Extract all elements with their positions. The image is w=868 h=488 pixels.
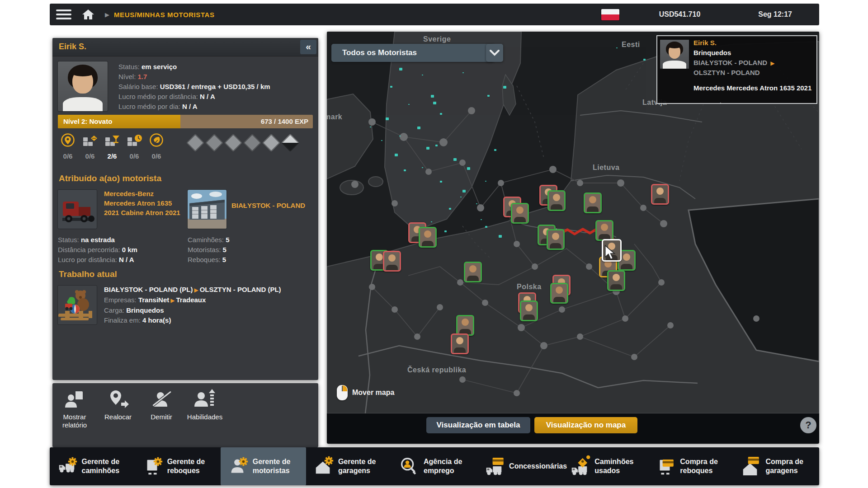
job-cargo: Carga: Brinquedos (104, 305, 313, 315)
assigned-section-title: Atribuído a(ao) motorista (59, 174, 161, 183)
adr-badges (189, 136, 297, 149)
skill-eco-driving[interactable]: 0/6 (147, 133, 165, 160)
breadcrumb-arrow-icon: ▶ (105, 11, 109, 18)
adr-poison-icon (262, 134, 280, 152)
tab-used-trucks[interactable]: Caminhões usados (563, 447, 648, 485)
garage-stats: Caminhões: 5 Motoristas: 5 Reboques: 5 (188, 235, 230, 265)
house-gear-icon (313, 456, 334, 477)
tab-trailer-manager[interactable]: Gerente de reboques (135, 447, 221, 485)
collapse-panel-button[interactable]: « (300, 40, 316, 54)
driver-marker[interactable] (547, 229, 565, 250)
map-footer-strip: Visualização em tabela Visualização no m… (327, 413, 819, 444)
trailer-gear-icon (142, 456, 163, 477)
top-bar: ▶ MEUS/MINHAS MOTORISTAS USD541.710 Seg … (50, 4, 819, 25)
world-map[interactable]: SverigeEestiLatvijaLietuvaPolskaČeská re… (327, 32, 819, 413)
adr-gases-icon (205, 134, 223, 152)
driver-marker[interactable] (547, 190, 566, 211)
game-time: Seg 12:17 (758, 10, 792, 19)
tab-garage-manager[interactable]: Gerente de garagens (306, 447, 392, 485)
stat-row: Status: em serviço (118, 62, 270, 72)
skills-button[interactable]: Habilidades (184, 388, 225, 421)
adr-misc-icon (281, 134, 299, 152)
table-view-button[interactable]: Visualização em tabela (426, 417, 530, 433)
driver-marker[interactable] (419, 227, 437, 248)
garage-link[interactable]: BIAŁYSTOK - POLAND (231, 202, 313, 209)
truck-card-icon (484, 456, 505, 477)
pan-map-hint: Mover mapa (337, 385, 394, 400)
driver-marker[interactable] (520, 300, 538, 321)
truck-stats: Status: na estrada Distância percorrida:… (58, 235, 137, 265)
driver-marker[interactable] (651, 184, 669, 205)
tab-truck-manager[interactable]: Gerente de caminhões (50, 447, 135, 485)
help-button[interactable]: ? (800, 417, 816, 433)
action-label: Mostrar relatório (62, 413, 87, 429)
house-card-icon (740, 456, 761, 477)
tab-job-agency[interactable]: Agência de emprego (392, 447, 477, 485)
action-label: Demitir (151, 413, 172, 421)
route-arrow-icon: ▶ (193, 287, 199, 293)
filter-dropdown-arrow-button[interactable] (486, 44, 503, 62)
dismiss-button[interactable]: Demitir (141, 388, 182, 421)
tab-trailer-purchase[interactable]: Compra de reboques (648, 447, 734, 485)
stat-row: Salário base: USD361 / entrega + USD10,3… (118, 82, 270, 92)
driver-actions-panel: Mostrar relatório Realocar Demitir Habil… (52, 383, 318, 447)
relocate-button[interactable]: Realocar (98, 388, 138, 421)
job-info: BIAŁYSTOK - POLAND (PL)▶OLSZTYN - POLAND… (104, 285, 313, 325)
driver-marker[interactable] (550, 283, 568, 304)
poland-flag-icon (601, 9, 619, 20)
driver-stats: Status: em serviço Nível: 1.7 Salário ba… (118, 62, 270, 112)
driver-marker[interactable] (607, 270, 625, 291)
trailer-card-icon (655, 456, 675, 477)
driver-detail-panel: Eirik S. « Status: em serviço Nível: 1.7… (52, 38, 318, 380)
driver-marker[interactable] (595, 220, 613, 241)
map-view-button[interactable]: Visualização no mapa (534, 417, 637, 433)
tooltip-driver-name: Eirik S. (693, 39, 717, 47)
tooltip-route-from: BIAŁYSTOK - POLAND ▶ (693, 59, 776, 66)
home-icon[interactable] (81, 9, 95, 20)
driver-marker[interactable] (456, 315, 474, 336)
driver-panel-header: Eirik S. « (52, 38, 318, 56)
adr-oxidizer-icon (243, 134, 261, 152)
route-arrow-icon: ▶ (769, 60, 776, 66)
truck-pricetag-icon (569, 456, 590, 477)
pan-hint-label: Mover mapa (352, 389, 394, 397)
stat-row: Nível: 1.7 (118, 72, 270, 82)
level-progress-bar: Nível 2: Novato 673 / 1400 EXP (58, 115, 313, 128)
job-section-title: Trabalho atual (59, 269, 117, 279)
job-route: BIAŁYSTOK - POLAND (PL)▶OLSZTYN - POLAND… (104, 285, 313, 295)
tab-garage-purchase[interactable]: Compra de garagens (734, 447, 819, 485)
truck-link[interactable]: Mercedes-Benz Mercedes Atron 1635 2021 C… (104, 189, 186, 217)
driver-photo (58, 61, 108, 111)
driver-marker[interactable] (511, 203, 529, 224)
tab-driver-manager[interactable]: Gerente de motoristas (221, 447, 306, 485)
company-arrow-icon: ▶ (169, 297, 176, 304)
tooltip-driver-photo (660, 40, 689, 69)
manager-navbar: Gerente de caminhões Gerente de reboques… (50, 447, 819, 485)
stat-row: Lucro médio por dia: N / A (118, 102, 270, 112)
tab-dealers[interactable]: Concessionárias (477, 447, 563, 485)
skill-high-value-cargo[interactable]: 0/6 (81, 133, 99, 160)
tooltip-truck: Mercedes Mercedes Atron 1635 2021 (693, 83, 812, 93)
show-report-button[interactable]: Mostrar relatório (54, 388, 95, 429)
level-name: Nível 2: Novato (63, 115, 112, 128)
adr-flammable-icon (224, 134, 242, 152)
garage-thumbnail[interactable] (188, 190, 226, 229)
skill-fragile-cargo[interactable]: 2/6 (103, 133, 121, 160)
driver-marker[interactable] (602, 239, 622, 262)
driver-marker[interactable] (383, 251, 401, 272)
skill-long-distance[interactable]: 0/6 (59, 133, 77, 160)
menu-icon[interactable] (56, 9, 71, 19)
skill-just-in-time[interactable]: 0/6 (125, 133, 143, 160)
tooltip-footer-stats: 0 N / A (693, 101, 727, 104)
breadcrumb: MEUS/MINHAS MOTORISTAS (114, 11, 215, 19)
truck-thumbnail[interactable] (58, 190, 97, 229)
driver-marker[interactable] (464, 262, 482, 282)
driver-filter-dropdown[interactable]: Todos os Motoristas (331, 44, 494, 62)
person-gear-icon (227, 456, 248, 477)
tooltip-route-to: OLSZTYN - POLAND (693, 69, 760, 76)
driver-marker[interactable] (451, 333, 469, 354)
cargo-thumbnail (58, 286, 97, 324)
action-label: Habilidades (187, 413, 222, 421)
money-balance: USD541.710 (659, 10, 701, 19)
driver-marker[interactable] (584, 192, 602, 213)
